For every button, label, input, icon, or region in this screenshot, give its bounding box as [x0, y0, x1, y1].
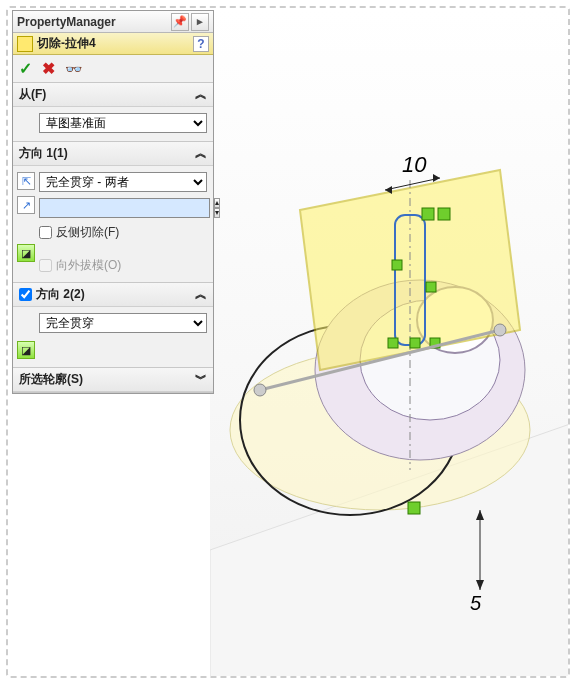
cut-extrude-icon: [17, 36, 33, 52]
viewport-3d[interactable]: 10 5: [210, 10, 568, 676]
svg-rect-19: [388, 338, 398, 348]
section-from-header[interactable]: 从(F) ︽: [13, 83, 213, 107]
direction-arrow-icon[interactable]: ↗: [17, 196, 35, 214]
draft-icon[interactable]: ◪: [17, 244, 35, 262]
section-from-title: 从(F): [19, 86, 46, 103]
draft-outward-input: [39, 259, 52, 272]
pushpin-icon[interactable]: 📌: [171, 13, 189, 31]
section-dir2-header[interactable]: 方向 2(2) ︽: [13, 283, 213, 307]
preview-button[interactable]: 👓: [65, 61, 82, 77]
action-row: ✓ ✖ 👓: [13, 55, 213, 83]
arrow-right-icon[interactable]: ▸: [191, 13, 209, 31]
flip-side-input[interactable]: [39, 226, 52, 239]
section-from: 从(F) ︽ 草图基准面: [13, 83, 213, 142]
dir1-end-condition[interactable]: 完全贯穿 - 两者: [39, 172, 207, 192]
feature-header: 切除-拉伸4 ?: [13, 33, 213, 55]
svg-rect-20: [410, 338, 420, 348]
feature-name: 切除-拉伸4: [37, 35, 96, 52]
svg-point-24: [254, 384, 266, 396]
ok-button[interactable]: ✓: [19, 59, 32, 78]
pm-title-text: PropertyManager: [17, 15, 116, 29]
draft-outward-checkbox: 向外拔模(O): [39, 257, 207, 274]
section-contours: 所选轮廓(S) ︾: [13, 368, 213, 393]
flip-side-checkbox[interactable]: 反侧切除(F): [39, 224, 207, 241]
property-manager-panel: PropertyManager 📌 ▸ 切除-拉伸4 ? ✓ ✖ 👓 从(F) …: [12, 10, 214, 394]
section-dir1-header[interactable]: 方向 1(1) ︽: [13, 142, 213, 166]
section-dir2-title: 方向 2(2): [36, 286, 85, 303]
chevron-up-icon: ︽: [195, 145, 207, 162]
reverse-direction-icon[interactable]: ⇱: [17, 172, 35, 190]
section-dir1-title: 方向 1(1): [19, 145, 68, 162]
pm-titlebar: PropertyManager 📌 ▸: [13, 11, 213, 33]
dir2-enable-checkbox[interactable]: [19, 288, 32, 301]
svg-rect-16: [438, 208, 450, 220]
section-contours-header[interactable]: 所选轮廓(S) ︾: [13, 368, 213, 392]
flip-side-label: 反侧切除(F): [56, 224, 119, 241]
dir1-spinner[interactable]: ▴▾: [214, 198, 220, 218]
section-contours-title: 所选轮廓(S): [19, 371, 83, 388]
draft-outward-label: 向外拔模(O): [56, 257, 121, 274]
svg-rect-18: [426, 282, 436, 292]
chevron-down-icon: ︾: [195, 371, 207, 388]
help-icon[interactable]: ?: [193, 36, 209, 52]
svg-point-25: [494, 324, 506, 336]
svg-rect-17: [392, 260, 402, 270]
section-dir1: 方向 1(1) ︽ ⇱ ↗ ◪ 完全贯穿 - 两者 ▴▾ 反侧切除(F): [13, 142, 213, 283]
dir2-end-condition[interactable]: 完全贯穿: [39, 313, 207, 333]
dir1-distance-input[interactable]: [39, 198, 210, 218]
chevron-up-icon: ︽: [195, 286, 207, 303]
from-combo[interactable]: 草图基准面: [39, 113, 207, 133]
svg-rect-22: [408, 502, 420, 514]
section-dir2: 方向 2(2) ︽ ◪ 完全贯穿: [13, 283, 213, 368]
draft2-icon[interactable]: ◪: [17, 341, 35, 359]
dimension-10: 10: [402, 152, 427, 177]
svg-marker-11: [433, 174, 440, 182]
cancel-button[interactable]: ✖: [42, 59, 55, 78]
dimension-5: 5: [470, 592, 482, 614]
chevron-up-icon: ︽: [195, 86, 207, 103]
svg-rect-15: [422, 208, 434, 220]
